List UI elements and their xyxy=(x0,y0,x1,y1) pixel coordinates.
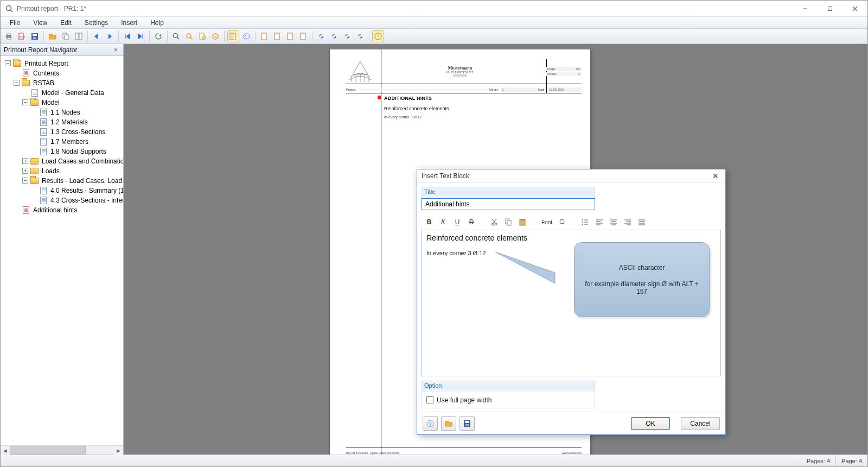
dialog-body: Title B K U Ð Font xyxy=(417,182,725,412)
tree-load-cases[interactable]: +Load Cases and Combination xyxy=(21,156,122,166)
zoom-text-button[interactable] xyxy=(557,217,568,228)
expander-icon[interactable]: − xyxy=(14,80,20,86)
insert-image-button[interactable] xyxy=(240,30,252,42)
find-button[interactable] xyxy=(170,30,182,42)
expander-icon[interactable]: − xyxy=(5,60,11,66)
tree-model[interactable]: −Model xyxy=(21,98,122,107)
nav-first-button[interactable] xyxy=(122,30,133,42)
tree-rstab[interactable]: −RSTAB xyxy=(12,78,122,87)
save-button[interactable] xyxy=(29,30,41,42)
tree-contents[interactable]: Contents xyxy=(12,68,122,78)
menu-file[interactable]: File xyxy=(4,17,26,28)
scroll-left-icon[interactable]: ◀ xyxy=(1,446,10,455)
font-button[interactable]: Font xyxy=(540,217,554,228)
title-input[interactable] xyxy=(422,198,595,210)
report-manager-button[interactable] xyxy=(73,30,85,42)
copy-button[interactable] xyxy=(60,30,72,42)
link-c-button[interactable] xyxy=(341,30,353,42)
status-page-current: Page: 4 xyxy=(835,455,867,466)
menu-edit[interactable]: Edit xyxy=(54,17,78,28)
link-a-button[interactable] xyxy=(315,30,327,42)
tree-loads[interactable]: +Loads xyxy=(21,166,122,175)
svg-point-50 xyxy=(582,224,583,225)
expander-icon[interactable]: + xyxy=(22,158,28,164)
tree-results-cs[interactable]: 4.3 Cross-Sections - Intern xyxy=(30,195,122,205)
align-justify-button[interactable] xyxy=(636,217,647,228)
block-a-button[interactable] xyxy=(271,30,283,42)
expander-icon[interactable]: + xyxy=(22,168,28,174)
expander-icon[interactable]: − xyxy=(22,99,28,105)
block-c-button[interactable] xyxy=(297,30,309,42)
nav-forward-button[interactable] xyxy=(104,30,116,42)
refresh-button[interactable] xyxy=(152,30,164,42)
settings-button[interactable] xyxy=(209,30,221,42)
tree-additional[interactable]: Additional hints xyxy=(12,205,122,214)
callout-bubble: ASCII character for example diameter sig… xyxy=(574,242,710,317)
folder-icon xyxy=(13,60,21,67)
minimize-button[interactable] xyxy=(793,1,818,17)
print-pdf-button[interactable]: PDF xyxy=(16,30,28,42)
scroll-right-icon[interactable]: ▶ xyxy=(114,446,123,455)
tree-nodes[interactable]: 1.1 Nodes xyxy=(30,108,122,117)
copy-button[interactable] xyxy=(503,217,514,228)
italic-button[interactable]: K xyxy=(438,217,449,228)
ok-button[interactable]: OK xyxy=(631,417,670,430)
close-button[interactable] xyxy=(843,1,867,17)
block-b-button[interactable] xyxy=(284,30,296,42)
doc-icon xyxy=(30,89,39,97)
menu-help[interactable]: Help xyxy=(144,17,170,28)
maximize-button[interactable] xyxy=(818,1,843,17)
menu-settings[interactable]: Settings xyxy=(79,17,114,28)
strike-button[interactable]: Ð xyxy=(466,217,477,228)
cancel-button[interactable]: Cancel xyxy=(681,417,720,430)
preview-logo xyxy=(346,60,374,83)
navigator-hscroll[interactable]: ◀ ▶ xyxy=(1,445,123,455)
tree-root[interactable]: − Printout Report xyxy=(4,59,122,68)
link-b-button[interactable] xyxy=(328,30,340,42)
align-center-button[interactable] xyxy=(608,217,619,228)
align-right-button[interactable] xyxy=(622,217,633,228)
align-left-button[interactable] xyxy=(594,217,605,228)
cut-button[interactable] xyxy=(489,217,500,228)
full-width-checkbox[interactable] xyxy=(426,396,433,403)
preview-canvas[interactable]: Mustermann MUSTERSTADT 000000000 Page:4/… xyxy=(124,44,867,455)
preview-body-line: In every corner 3 Ø 12 xyxy=(384,115,422,119)
app-body: Printout Report Navigator × − Printout R… xyxy=(1,44,867,455)
bold-button[interactable]: B xyxy=(424,217,435,228)
dialog-close-icon[interactable]: ✕ xyxy=(710,172,721,180)
tree-members[interactable]: 1.7 Members xyxy=(30,137,122,146)
navigator-tree[interactable]: − Printout Report Contents −RSTAB Model … xyxy=(1,56,123,445)
paste-button[interactable] xyxy=(517,217,528,228)
svg-point-28 xyxy=(245,35,246,36)
navigator-title: Printout Report Navigator xyxy=(4,46,77,54)
menu-view[interactable]: View xyxy=(27,17,53,28)
tree-model-general[interactable]: Model - General Data xyxy=(21,88,122,97)
navigator-close-icon[interactable]: × xyxy=(112,46,120,54)
open-file-button[interactable] xyxy=(441,416,456,431)
tree-cross-sections[interactable]: 1.3 Cross-Sections xyxy=(30,127,122,136)
expander-icon[interactable]: − xyxy=(22,178,28,184)
help-mode-button[interactable]: ? xyxy=(372,30,384,42)
new-block-button[interactable] xyxy=(258,30,270,42)
richtext-area[interactable]: Reinforced concrete elements In every co… xyxy=(422,230,721,376)
bullet-list-button[interactable] xyxy=(580,217,591,228)
nav-last-button[interactable] xyxy=(135,30,146,42)
tree-nodal-supports[interactable]: 1.8 Nodal Supports xyxy=(30,147,122,156)
zoom-page-button[interactable] xyxy=(196,30,208,42)
print-button[interactable] xyxy=(3,30,15,42)
zoom-button[interactable] xyxy=(183,30,195,42)
open-button[interactable] xyxy=(47,30,59,42)
save-block-button[interactable] xyxy=(459,416,475,431)
link-d-button[interactable] xyxy=(354,30,366,42)
tree-materials[interactable]: 1.2 Materials xyxy=(30,117,122,127)
underline-button[interactable]: U xyxy=(452,217,463,228)
tree-results-summary[interactable]: 4.0 Results - Summary (1) xyxy=(30,186,122,195)
dialog-titlebar[interactable]: Insert Text Block ✕ xyxy=(417,169,725,182)
menu-insert[interactable]: Insert xyxy=(115,17,143,28)
app-icon xyxy=(5,4,14,13)
tree-results[interactable]: −Results - Load Cases, Load Co xyxy=(21,176,122,185)
help-button[interactable]: ? xyxy=(423,416,438,431)
nav-back-button[interactable] xyxy=(91,30,103,42)
insert-text-button[interactable] xyxy=(227,30,239,42)
scroll-thumb[interactable] xyxy=(10,446,86,455)
